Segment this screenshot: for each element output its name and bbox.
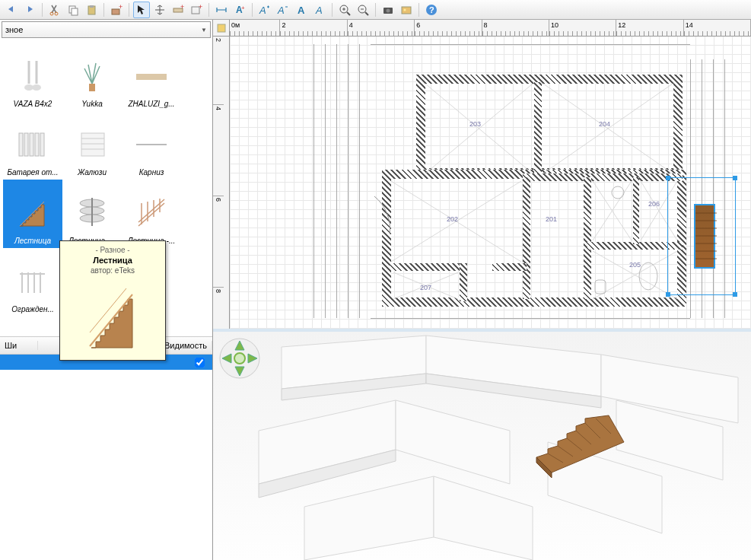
italic-icon[interactable]: A	[311, 2, 328, 18]
catalog-item-fence[interactable]: Огражден...	[3, 248, 62, 317]
catalog-item-yukka[interactable]: Yukka	[62, 43, 122, 111]
plan-canvas[interactable]: 203 204 202 201 206 205 207	[230, 37, 751, 329]
col-width[interactable]: Ши	[0, 341, 38, 350]
svg-rect-22	[402, 7, 411, 14]
text-icon[interactable]: A+	[231, 2, 248, 18]
svg-rect-30	[19, 133, 23, 156]
svg-text:+: +	[119, 4, 123, 11]
svg-text:+: +	[180, 4, 184, 11]
svg-marker-93	[396, 400, 510, 484]
catalog-item-karniz[interactable]: Карниз	[122, 111, 181, 180]
text-size-down-icon[interactable]: A	[275, 2, 291, 18]
tooltip-author: автор: eTeks	[65, 266, 161, 275]
vertical-ruler: 2 4 6 8 10	[213, 37, 230, 329]
catalog-item-radiator[interactable]: Батарея от...	[3, 111, 62, 180]
svg-text:+: +	[241, 5, 245, 11]
text-size-up-icon[interactable]: A	[256, 2, 273, 18]
camera-icon[interactable]	[380, 2, 396, 18]
dimension-icon[interactable]	[213, 2, 230, 18]
create-room-icon[interactable]: +	[188, 2, 205, 18]
catalog-item-zhaluzi[interactable]: ZHALUZI_g...	[122, 43, 181, 111]
svg-rect-62	[218, 24, 225, 32]
design-pane: 0м 2 4 6 8 10 12 14 2 4 6 8 10	[213, 20, 751, 560]
3d-view[interactable]	[213, 332, 751, 560]
svg-text:A: A	[315, 5, 323, 16]
3d-scene	[236, 332, 751, 560]
room-203: 203	[469, 120, 481, 128]
svg-text:+: +	[199, 4, 202, 11]
copy-icon[interactable]	[65, 2, 81, 18]
stairs-object[interactable]	[694, 204, 715, 269]
zoom-out-icon[interactable]	[355, 2, 371, 18]
tooltip-category: - Разное -	[65, 246, 161, 254]
pan-icon[interactable]	[151, 2, 168, 18]
svg-marker-95	[304, 476, 434, 560]
paste-icon[interactable]	[83, 2, 100, 18]
main-area: зное VAZA B4x2 Yukka ZHALUZI_g... Батаре…	[0, 20, 751, 560]
furniture-pane: зное VAZA B4x2 Yukka ZHALUZI_g... Батаре…	[0, 20, 213, 560]
stairs-icon	[82, 279, 143, 355]
svg-rect-32	[30, 133, 33, 156]
help-icon[interactable]: ?	[423, 2, 440, 18]
svg-rect-31	[24, 133, 28, 156]
svg-point-27	[32, 84, 41, 91]
redo-icon[interactable]	[21, 2, 38, 18]
room-206: 206	[648, 200, 660, 208]
svg-rect-34	[40, 133, 44, 156]
room-205: 205	[629, 261, 641, 269]
zoom-in-icon[interactable]	[336, 2, 353, 18]
add-furniture-icon[interactable]: +	[108, 2, 125, 18]
svg-line-46	[138, 199, 164, 222]
svg-marker-96	[434, 476, 533, 560]
main-toolbar: + + + A+ A A A A ?	[0, 0, 751, 20]
room-204: 204	[599, 120, 610, 128]
room-202: 202	[447, 215, 458, 223]
svg-rect-3	[72, 8, 78, 15]
room-207: 207	[420, 284, 431, 291]
catalog-item-zhaluzi2[interactable]: Жалюзи	[62, 111, 122, 180]
svg-line-45	[138, 203, 164, 226]
item-tooltip: - Разное - Лестница автор: eTeks	[59, 240, 166, 361]
select-icon[interactable]	[133, 2, 150, 18]
bold-icon[interactable]: A	[293, 2, 310, 18]
svg-rect-5	[90, 5, 94, 8]
category-combo[interactable]: зное	[2, 21, 211, 38]
photo-icon[interactable]	[398, 2, 415, 18]
catalog-item-stairs2[interactable]: Лестница -...	[122, 180, 181, 248]
category-combo-label: зное	[5, 25, 23, 34]
svg-point-21	[387, 8, 390, 12]
undo-icon[interactable]	[3, 2, 20, 18]
create-wall-icon[interactable]: +	[170, 2, 186, 18]
plan-view[interactable]: 0м 2 4 6 8 10 12 14 2 4 6 8 10	[213, 20, 751, 332]
svg-text:A: A	[298, 5, 305, 16]
svg-text:A: A	[277, 5, 285, 16]
tooltip-name: Лестница	[65, 256, 161, 265]
catalog-item-spiral[interactable]: Лестница, ...	[62, 180, 122, 248]
svg-rect-33	[35, 133, 39, 156]
svg-rect-28	[89, 84, 95, 91]
catalog-item-electro[interactable]: Электроо...	[3, 317, 62, 336]
svg-point-23	[404, 8, 406, 11]
room-201: 201	[546, 215, 557, 223]
svg-rect-29	[136, 74, 167, 80]
floorplan: 203 204 202 201 206 205 207	[374, 59, 694, 326]
cut-icon[interactable]	[46, 2, 63, 18]
svg-text:A: A	[259, 5, 266, 16]
catalog-item-vaza[interactable]: VAZA B4x2	[3, 43, 62, 111]
horizontal-ruler: 0м 2 4 6 8 10 12 14	[230, 20, 751, 37]
col-visibility[interactable]: Видимость	[160, 341, 212, 350]
visibility-checkbox[interactable]	[195, 358, 205, 368]
svg-rect-35	[81, 133, 104, 156]
ruler-corner	[213, 20, 230, 37]
catalog-item-stairs[interactable]: Лестница	[3, 180, 62, 248]
svg-text:?: ?	[429, 5, 434, 14]
